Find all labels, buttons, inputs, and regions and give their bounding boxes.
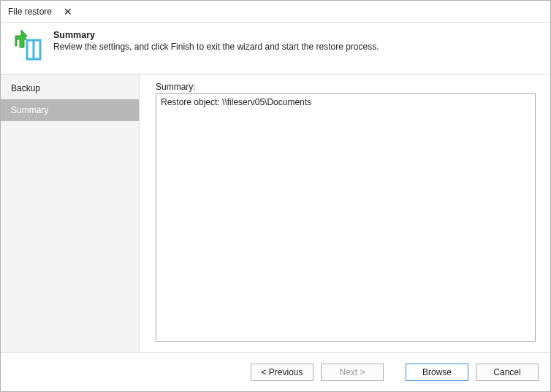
cancel-button[interactable]: Cancel (476, 364, 539, 381)
summary-line: Restore object: \\fileserv05\Documents (161, 97, 531, 107)
wizard-body: Backup Summary Summary: Restore object: … (1, 74, 550, 352)
file-restore-wizard-window: File restore ✕ Summary Review the settin… (0, 0, 551, 392)
sidebar-item-label: Backup (11, 83, 40, 93)
titlebar: File restore ✕ (1, 1, 550, 23)
wizard-step-subtitle: Review the settings, and click Finish to… (53, 42, 379, 52)
summary-label: Summary: (156, 82, 536, 92)
window-close-button[interactable]: ✕ (52, 1, 84, 22)
sidebar-item-label: Summary (11, 105, 48, 115)
sidebar-item-summary[interactable]: Summary (1, 99, 139, 121)
previous-button[interactable]: < Previous (251, 364, 314, 381)
summary-textarea[interactable]: Restore object: \\fileserv05\Documents (156, 93, 536, 342)
restore-icon (11, 30, 43, 62)
wizard-step-sidebar: Backup Summary (1, 74, 140, 352)
next-button: Next > (321, 364, 384, 381)
wizard-content: Summary: Restore object: \\fileserv05\Do… (140, 74, 550, 352)
wizard-header: Summary Review the settings, and click F… (1, 23, 550, 74)
close-icon: ✕ (64, 6, 72, 18)
wizard-step-title: Summary (53, 30, 379, 40)
window-title: File restore (8, 7, 52, 17)
wizard-header-text: Summary Review the settings, and click F… (53, 30, 379, 52)
wizard-footer: < Previous Next > Browse Cancel (1, 352, 550, 391)
browse-button[interactable]: Browse (406, 364, 468, 381)
sidebar-item-backup[interactable]: Backup (1, 77, 139, 99)
